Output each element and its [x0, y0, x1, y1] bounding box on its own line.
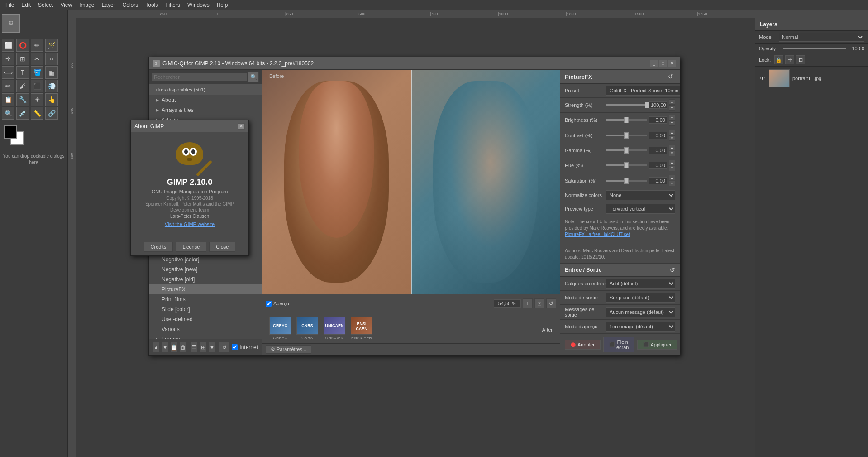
gamma-slider[interactable]: [606, 149, 647, 151]
contrast-spin-down[interactable]: ▼: [669, 135, 675, 141]
tool-flip[interactable]: ⟺: [2, 66, 14, 79]
menu-colors[interactable]: Colors: [119, 1, 142, 9]
tool-select-ellipse[interactable]: ⭕: [16, 39, 29, 52]
close-about-button[interactable]: Close: [209, 242, 235, 252]
saturation-spin-down[interactable]: ▼: [669, 181, 675, 186]
gamma-spin-down[interactable]: ▼: [669, 151, 675, 156]
menu-filters[interactable]: Filters: [162, 1, 184, 9]
filter-item-about[interactable]: ▶ About: [149, 95, 262, 105]
filter-item-frames[interactable]: ▶ Frames: [149, 334, 262, 339]
mode-apercu-select[interactable]: 1ère image (défaut): [606, 322, 675, 332]
filter-item-arrays[interactable]: ▶ Arrays & tiles: [149, 105, 262, 115]
params-button[interactable]: ⚙ Paramètres...: [266, 345, 311, 354]
tool-move[interactable]: ✛: [2, 53, 14, 65]
tool-path[interactable]: 🔗: [45, 107, 58, 120]
filter-search-input[interactable]: [152, 73, 247, 81]
normalize-select[interactable]: None: [606, 190, 675, 200]
gmic-close-button[interactable]: ✕: [668, 60, 676, 67]
gimp-website-link[interactable]: Visit the GIMP website: [165, 221, 215, 227]
tool-select-rect[interactable]: ⬜: [2, 39, 14, 52]
entree-sortie-refresh[interactable]: ↺: [670, 266, 675, 274]
apercu-checkbox[interactable]: [266, 301, 272, 307]
strength-spin-up[interactable]: ▲: [669, 99, 675, 105]
saturation-slider[interactable]: [606, 180, 647, 182]
menu-edit[interactable]: Edit: [18, 1, 34, 9]
filter-sub-negative-old[interactable]: Negative [old]: [149, 274, 262, 284]
gmic-minimize-button[interactable]: _: [650, 60, 658, 67]
filter-sub-various[interactable]: Various: [149, 324, 262, 334]
tool-crop[interactable]: ✂: [31, 53, 43, 65]
hue-slider[interactable]: [606, 164, 647, 166]
tool-dodge[interactable]: ☀: [31, 93, 43, 106]
tool-zoom[interactable]: 🔍: [2, 107, 14, 120]
zoom-in-button[interactable]: +: [523, 298, 533, 308]
layer-visibility-icon[interactable]: 👁: [759, 75, 766, 82]
tool-paintbrush[interactable]: 🖌: [16, 80, 29, 92]
layers-mode-select[interactable]: Normal: [779, 33, 864, 42]
tool-smudge[interactable]: 👆: [45, 93, 58, 106]
tool-transform[interactable]: ↔: [45, 53, 58, 65]
credits-button[interactable]: Credits: [144, 242, 173, 252]
refresh-filters-button[interactable]: ↺: [219, 342, 230, 353]
gmic-maximize-button[interactable]: □: [659, 60, 667, 67]
apercu-toggle[interactable]: Aperçu: [266, 301, 289, 307]
menu-windows[interactable]: Windows: [184, 1, 213, 9]
menu-image[interactable]: Image: [76, 1, 98, 9]
filter-down-button[interactable]: ▼: [209, 342, 216, 353]
brightness-spin-up[interactable]: ▲: [669, 115, 675, 120]
foreground-background-colors[interactable]: [4, 125, 26, 148]
hue-spin-up[interactable]: ▲: [669, 160, 675, 165]
menu-help[interactable]: Help: [213, 1, 232, 9]
filter-sub-negative-new[interactable]: Negative [new]: [149, 265, 262, 274]
about-close-button[interactable]: ✕: [238, 123, 245, 130]
lock-position-button[interactable]: ✛: [785, 55, 794, 64]
filter-grid-view-button[interactable]: ⊞: [200, 342, 207, 353]
mode-sortie-select[interactable]: Sur place (défaut): [606, 293, 675, 303]
preset-select[interactable]: GoldFX - Perfect Sunset 10min: [606, 86, 680, 96]
foreground-color[interactable]: [4, 125, 17, 139]
plein-ecran-button[interactable]: ⬛ Plein écran: [603, 337, 635, 352]
contrast-spin-up[interactable]: ▲: [669, 130, 675, 135]
tool-gradient[interactable]: ▦: [45, 66, 58, 79]
filter-sub-print-films[interactable]: Print films: [149, 294, 262, 304]
appliquer-button[interactable]: ⬛ Appliquer: [637, 340, 677, 350]
filter-list-view-button[interactable]: ☰: [191, 342, 198, 353]
strength-slider[interactable]: [606, 104, 647, 106]
menu-file[interactable]: File: [2, 1, 18, 9]
layer-item-portrait[interactable]: 👁 portrait11.jpg: [755, 67, 868, 90]
preview-type-select[interactable]: Forward vertical: [606, 204, 675, 214]
layers-opacity-slider[interactable]: [783, 48, 846, 49]
tool-color-picker[interactable]: 💉: [16, 107, 29, 120]
haldclut-link[interactable]: PictureFX - a free HaldCLUT set: [565, 232, 630, 237]
contrast-slider[interactable]: [606, 135, 647, 136]
messages-sortie-select[interactable]: Aucun message (défaut): [606, 307, 675, 317]
filter-sub-picturefx[interactable]: PictureFX: [149, 284, 262, 294]
zoom-fit-button[interactable]: ⊡: [534, 298, 544, 308]
filter-sub-slide-color[interactable]: Slide [color]: [149, 304, 262, 314]
saturation-spin-up[interactable]: ▲: [669, 175, 675, 180]
settings-refresh-button[interactable]: ↺: [666, 72, 675, 81]
lock-alpha-button[interactable]: ⊞: [796, 55, 805, 64]
filter-note-button[interactable]: 📋: [170, 342, 178, 353]
menu-layer[interactable]: Layer: [98, 1, 119, 9]
filter-sub-negative-color[interactable]: Negative [color]: [149, 255, 262, 265]
tool-clone[interactable]: 📋: [2, 93, 14, 106]
zoom-reset-button[interactable]: ↺: [546, 298, 556, 308]
menu-select[interactable]: Select: [34, 1, 57, 9]
tool-align[interactable]: ⊞: [16, 53, 29, 65]
gamma-spin-up[interactable]: ▲: [669, 145, 675, 150]
tool-select-fuzzy[interactable]: 🪄: [45, 39, 58, 52]
filter-sub-user-defined[interactable]: User-defined: [149, 314, 262, 324]
filter-remove-button[interactable]: ▼: [162, 342, 169, 353]
menu-tools[interactable]: Tools: [142, 1, 162, 9]
tool-text[interactable]: T: [16, 66, 29, 79]
internet-checkbox[interactable]: [232, 344, 238, 350]
tool-eraser[interactable]: ⬛: [31, 80, 43, 92]
brightness-spin-down[interactable]: ▼: [669, 120, 675, 126]
menu-view[interactable]: View: [57, 1, 76, 9]
tool-pencil[interactable]: ✏: [2, 80, 14, 92]
filter-search-button[interactable]: 🔍: [248, 72, 259, 82]
filter-add-button[interactable]: ▲: [153, 342, 160, 353]
strength-spin-down[interactable]: ▼: [669, 105, 675, 111]
license-button[interactable]: License: [176, 242, 206, 252]
